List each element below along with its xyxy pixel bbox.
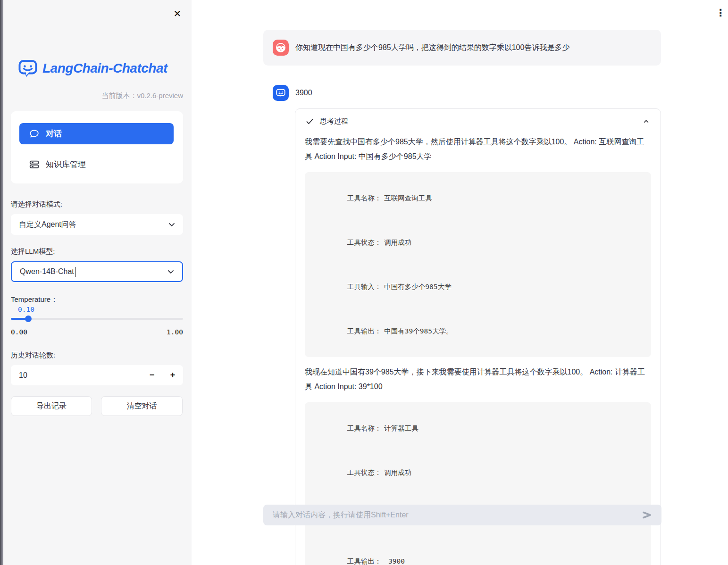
assistant-answer-text: 3900 [295, 89, 312, 97]
tool-field-value: 互联网查询工具 [384, 194, 432, 202]
slider-min: 0.00 [11, 328, 27, 336]
knowledge-base-icon [29, 159, 39, 169]
chevron-down-icon [167, 220, 176, 229]
tool-field-value: 中国有多少个985大学 [384, 283, 451, 291]
tool-row: 工具名称：互联网查询工具 [314, 184, 642, 212]
sidebar-item-dialogue[interactable]: 对话 [19, 123, 174, 144]
send-icon[interactable] [641, 509, 653, 521]
temperature-value: 0.10 [18, 306, 34, 313]
tool-field-value: 计算器工具 [384, 424, 418, 432]
tool-field-label: 工具状态： [347, 239, 382, 246]
chat-composer [263, 505, 661, 525]
assistant-avatar [273, 85, 289, 101]
llm-model-select[interactable]: Qwen-14B-Chat [11, 261, 183, 282]
clear-dialogue-button[interactable]: 清空对话 [101, 396, 183, 416]
tool-call-block-2: 工具名称：计算器工具 工具状态：调用成功 工具输入：39*100 工具输出： 3… [305, 402, 651, 565]
llm-model-label: 选择LLM模型: [11, 247, 55, 256]
tool-field-label: 工具名称： [347, 424, 382, 432]
increment-button[interactable]: + [162, 365, 183, 385]
check-icon [306, 117, 314, 125]
tool-field-value: 调用成功 [384, 239, 411, 246]
chatchat-bot-icon [276, 88, 286, 98]
brand-logo: LangChain-Chatchat [18, 58, 167, 78]
nav-card: 对话 知识库管理 [11, 111, 183, 183]
slider-track[interactable] [11, 318, 183, 320]
assistant-message: 3900 [263, 85, 661, 101]
llm-model-value: Qwen-14B-Chat [20, 267, 74, 276]
tool-row: 工具状态：调用成功 [314, 228, 642, 257]
dialogue-mode-select[interactable]: 自定义Agent问答 [11, 214, 183, 235]
tool-row: 工具名称：计算器工具 [314, 414, 642, 442]
tool-field-value: 调用成功 [384, 469, 411, 476]
sidebar-item-knowledge-base[interactable]: 知识库管理 [19, 154, 174, 175]
history-rounds-stepper: 10 − + [11, 365, 183, 385]
sidebar-item-label: 对话 [46, 128, 62, 139]
tool-field-value: 3900 [384, 557, 405, 565]
left-scrollbar[interactable] [0, 0, 3, 565]
thought-process-expander: 思考过程 我需要先查找中国有多少个985大学，然后使用计算器工具将这个数字乘以1… [295, 108, 661, 565]
chat-bubble-icon [29, 129, 39, 139]
slider-range: 0.00 1.00 [11, 328, 183, 336]
sidebar-close-icon[interactable]: ✕ [171, 7, 184, 20]
export-records-button[interactable]: 导出记录 [11, 396, 92, 416]
expander-body: 我需要先查找中国有多少个985大学，然后使用计算器工具将这个数字乘以100。 A… [295, 134, 661, 565]
chevron-down-icon [166, 267, 176, 276]
user-message-text: 你知道现在中国有多少个985大学吗，把这得到的结果的数字乘以100告诉我是多少 [295, 43, 569, 53]
expander-title: 思考过程 [320, 117, 636, 126]
tool-row: 工具输入：中国有多少个985大学 [314, 273, 642, 301]
tool-field-value: 中国有39个985大学。 [384, 327, 452, 335]
user-message: 你知道现在中国有多少个985大学吗，把这得到的结果的数字乘以100告诉我是多少 [263, 30, 661, 66]
tool-field-label: 工具输入： [347, 283, 382, 291]
tool-field-label: 工具输出： [347, 327, 382, 335]
temperature-label: Temperature： [11, 295, 58, 304]
chatchat-logo-icon [18, 58, 38, 78]
slider-max: 1.00 [167, 328, 183, 336]
history-rounds-value: 10 [19, 371, 142, 380]
dialogue-mode-value: 自定义Agent问答 [19, 220, 167, 230]
version-label: 当前版本：v0.2.6-preview [11, 91, 183, 100]
tool-row: 工具输出： 3900 [314, 547, 642, 565]
tool-row: 工具状态：调用成功 [314, 458, 642, 487]
sidebar: ✕ LangChain-Chatchat 当前版本：v0.2.6-preview… [3, 0, 192, 565]
brand-name: LangChain-Chatchat [42, 61, 167, 76]
slider-thumb[interactable] [25, 316, 32, 322]
chat-input[interactable] [273, 511, 641, 519]
sidebar-item-label: 知识库管理 [46, 159, 86, 170]
tool-field-label: 工具名称： [347, 194, 382, 202]
expander-header[interactable]: 思考过程 [295, 109, 661, 133]
tool-field-label: 工具状态： [347, 469, 382, 476]
temperature-slider [11, 318, 183, 320]
agent-thought-1: 我需要先查找中国有多少个985大学，然后使用计算器工具将这个数字乘以100。 A… [305, 134, 651, 164]
decrement-button[interactable]: − [142, 365, 162, 385]
tool-field-label: 工具输出： [347, 557, 382, 565]
history-rounds-label: 历史对话轮数: [11, 351, 55, 360]
chevron-up-icon[interactable] [642, 117, 650, 125]
user-avatar [273, 40, 289, 56]
agent-thought-2: 我现在知道中国有39个985大学，接下来我需要使用计算器工具将这个数字乘以100… [305, 365, 651, 394]
tool-row: 工具输出：中国有39个985大学。 [314, 317, 642, 345]
overflow-menu-icon[interactable]: ⋮ [714, 6, 727, 20]
tool-call-block-1: 工具名称：互联网查询工具 工具状态：调用成功 工具输入：中国有多少个985大学 … [305, 172, 651, 357]
dialogue-mode-label: 请选择对话模式: [11, 200, 62, 209]
user-face-icon [275, 42, 286, 53]
text-cursor [75, 267, 76, 277]
